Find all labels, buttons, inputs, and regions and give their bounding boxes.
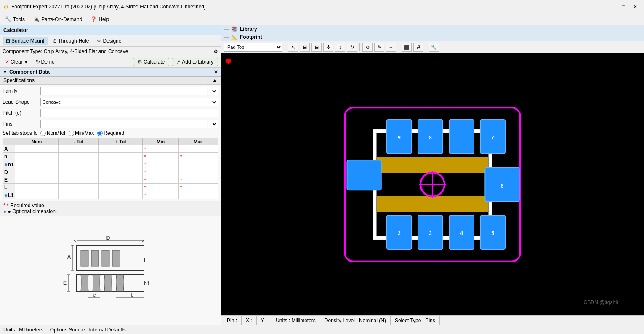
pointer-tool[interactable]: ↖ xyxy=(288,43,298,52)
bottom-status-bar: Units : Millimeters Options Source : Int… xyxy=(0,325,644,334)
component-type-text: Component Type: Chip Array, 4-Sided Flat… xyxy=(3,48,128,54)
calculator-header: Calculator xyxy=(0,25,221,35)
flip-vertical-tool[interactable]: ↕ xyxy=(335,43,345,52)
table-row: E** xyxy=(3,176,218,184)
pins-row: Pins xyxy=(3,119,218,128)
component-type-bar: Component Type: Chip Array, 4-Sided Flat… xyxy=(0,47,221,56)
pan-tool[interactable]: ✛ xyxy=(323,43,333,52)
table-row: A** xyxy=(3,145,218,153)
toolbar-divider-3 xyxy=(399,43,399,51)
svg-text:L: L xyxy=(144,257,147,263)
viewer-status: Pin : X : Y : Units : Millimeters Densit… xyxy=(221,315,644,325)
right-panel: — 📚 Library — 📐 Footprint Pad Top Pad Bo… xyxy=(221,25,644,325)
settings-tool[interactable]: 🔧 xyxy=(429,43,439,52)
menu-tools[interactable]: 🔧 Tools xyxy=(2,16,28,23)
pins-select[interactable] xyxy=(208,120,218,128)
svg-text:9: 9 xyxy=(398,135,401,141)
close-section-icon[interactable]: ✕ xyxy=(214,69,218,75)
close-button[interactable]: ✕ xyxy=(630,3,641,11)
print-tool[interactable]: 🖨 xyxy=(413,43,423,52)
canvas-area: 9 8 7 2 3 4 xyxy=(221,53,644,315)
pins-label: Pins xyxy=(3,121,40,127)
col-nom: Nom xyxy=(15,138,58,145)
maximize-button[interactable]: □ xyxy=(618,3,629,11)
svg-rect-34 xyxy=(449,120,474,154)
main-content: Calculator ⊞ Surface Mount ⊙ Through-Hol… xyxy=(0,25,644,325)
svg-text:5: 5 xyxy=(491,230,494,236)
col-min: Min xyxy=(143,138,179,145)
tab-bar: ⊞ Surface Mount ⊙ Through-Hole ✏ Designe… xyxy=(0,35,221,47)
clear-icon: ✕ xyxy=(5,59,9,65)
pins-input[interactable] xyxy=(40,120,207,128)
svg-text:7: 7 xyxy=(491,135,494,141)
note-required: * * Required value. xyxy=(3,203,217,208)
pin-status: Pin : xyxy=(223,316,242,325)
svg-text:4: 4 xyxy=(460,230,463,236)
chip-visualization: 9 8 7 2 3 4 xyxy=(221,53,644,315)
action-bar: ✕ Clear ▼ ↻ Demo ⚙ Calculate ↗ Add to Li… xyxy=(0,56,221,68)
zoom-fit-tool[interactable]: ⊞ xyxy=(300,43,310,52)
svg-rect-2 xyxy=(91,250,99,266)
minimize-button[interactable]: — xyxy=(606,3,617,11)
zoom-selection-tool[interactable]: ⊟ xyxy=(311,43,322,52)
svg-rect-3 xyxy=(102,250,109,266)
bottom-units: Units : Millimeters xyxy=(3,327,43,333)
svg-rect-25 xyxy=(377,157,488,173)
title-bar: ⚙ Footprint Expert 2022 Pro (2022.02) [C… xyxy=(0,0,644,13)
family-row: Family xyxy=(3,86,218,96)
dimension-table: Nom - Tol + Tol Min Max A**b**●b1**D**E*… xyxy=(3,138,218,199)
units-status: Units : Millimeters xyxy=(271,316,320,325)
toolbar-divider-2 xyxy=(359,43,360,51)
collapse-specs-icon[interactable]: ▲ xyxy=(212,77,217,83)
menu-help[interactable]: ❓ Help xyxy=(87,16,112,23)
table-row: ●b1** xyxy=(3,160,218,168)
collapse-footprint-icon[interactable]: — xyxy=(224,34,229,40)
add-to-library-button[interactable]: ↗ Add to Library xyxy=(172,58,218,66)
pitch-row: Pitch (e) xyxy=(3,108,218,118)
footprint-header: — 📐 Footprint xyxy=(221,33,644,41)
lead-shape-select[interactable]: Concave Flat Convex xyxy=(40,98,218,106)
red-indicator xyxy=(226,59,231,64)
layers-tool[interactable]: ⊚ xyxy=(362,43,373,52)
pitch-input[interactable] xyxy=(40,109,218,117)
radio-required[interactable]: Required. xyxy=(97,130,125,136)
menu-parts-on-demand[interactable]: 🔌 Parts-On-Demand xyxy=(30,16,85,23)
clear-button[interactable]: ✕ Clear ▼ xyxy=(3,58,31,66)
rotate-tool[interactable]: ↻ xyxy=(347,43,357,52)
lead-shape-label: Lead Shape xyxy=(3,99,40,105)
radio-min-max[interactable]: Min/Max xyxy=(69,130,94,136)
pitch-label: Pitch (e) xyxy=(3,110,40,116)
surface-mount-icon: ⊞ xyxy=(6,38,10,44)
copy-tool[interactable]: ⬛ xyxy=(402,43,412,52)
arrow-right-tool[interactable]: → xyxy=(386,43,396,52)
svg-text:2: 2 xyxy=(398,230,401,236)
demo-button[interactable]: ↻ Demo xyxy=(33,58,57,66)
family-select[interactable] xyxy=(208,87,218,95)
collapse-arrow-icon: ▼ xyxy=(3,69,8,75)
specifications-header[interactable]: Specifications ▲ xyxy=(0,77,221,85)
table-row: ●L1** xyxy=(3,191,218,199)
col-tol-plus: + Tol xyxy=(98,138,143,145)
settings-icon[interactable]: ⚙ xyxy=(213,48,218,54)
svg-text:A: A xyxy=(67,254,71,260)
component-data-header[interactable]: ▼ Component Data ✕ xyxy=(0,68,221,77)
svg-rect-45 xyxy=(347,160,381,190)
radio-nom-tol[interactable]: Nom/Tol xyxy=(40,130,65,136)
svg-text:3: 3 xyxy=(429,230,432,236)
calculate-button[interactable]: ⚙ Calculate xyxy=(133,58,169,66)
x-status: X : xyxy=(242,316,257,325)
y-status: Y : xyxy=(257,316,271,325)
edit-tool[interactable]: ✎ xyxy=(374,43,384,52)
designer-icon: ✏ xyxy=(97,38,101,44)
pad-layer-select[interactable]: Pad Top Pad Bottom Silk Top Silk Bottom xyxy=(224,43,282,52)
tab-designer[interactable]: ✏ Designer xyxy=(94,37,126,45)
tab-surface-mount[interactable]: ⊞ Surface Mount xyxy=(3,37,48,45)
family-input[interactable] xyxy=(40,87,207,95)
diagram-area: D A e b E xyxy=(0,216,221,325)
svg-text:b1: b1 xyxy=(144,281,150,286)
collapse-library-icon[interactable]: — xyxy=(224,26,229,32)
left-panel: Calculator ⊞ Surface Mount ⊙ Through-Hol… xyxy=(0,25,221,325)
table-row: L** xyxy=(3,184,218,191)
svg-text:E: E xyxy=(63,280,67,286)
tab-through-hole[interactable]: ⊙ Through-Hole xyxy=(49,37,92,45)
